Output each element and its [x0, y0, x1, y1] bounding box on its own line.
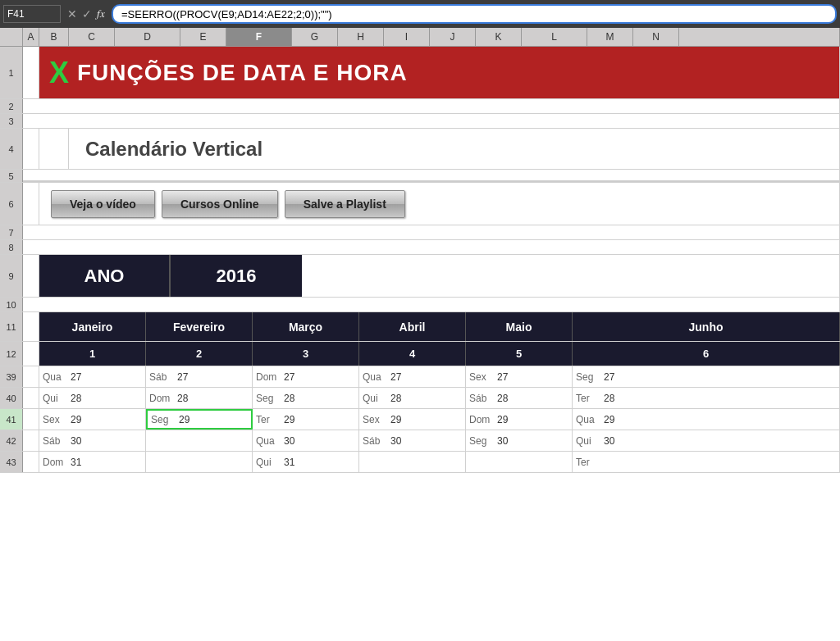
cell-jan-43[interactable]: Dom 31	[39, 452, 146, 472]
cell-mar-43[interactable]: Qui 31	[253, 452, 359, 472]
jan-42-num: 30	[71, 435, 81, 447]
cell-may-40[interactable]: Sáb 28	[466, 388, 573, 408]
banner-cell: X FUNÇÕES DE DATA E HORA	[39, 47, 840, 98]
col-header-b[interactable]: B	[39, 28, 69, 46]
cell-9-rest[interactable]	[335, 255, 840, 297]
cell-5[interactable]	[23, 170, 840, 182]
cell-jan-40[interactable]: Qui 28	[39, 388, 146, 408]
week-2-num: 2	[196, 348, 202, 360]
cell-a40[interactable]	[23, 388, 39, 408]
cell-a39[interactable]	[23, 366, 39, 387]
cell-may-43[interactable]	[466, 452, 573, 472]
calendar-title: Calendário Vertical	[85, 138, 262, 161]
cell-a41[interactable]	[23, 409, 39, 430]
col-header-f[interactable]: F	[226, 28, 292, 46]
cell-b4[interactable]	[39, 129, 69, 169]
may-40-num: 28	[497, 393, 508, 404]
cell-jun-40[interactable]: Ter 28	[573, 388, 840, 408]
cell-may-42[interactable]: Seg 30	[466, 430, 573, 451]
cell-jun-42[interactable]: Qui 30	[573, 430, 840, 451]
cell-8[interactable]	[23, 240, 840, 254]
col-header-l[interactable]: L	[522, 28, 587, 46]
confirm-icon[interactable]: ✓	[82, 7, 92, 20]
cell-10[interactable]	[23, 298, 840, 311]
mar-43-day: Qui	[256, 457, 279, 468]
formula-input[interactable]	[112, 4, 837, 24]
week-1: 1	[39, 342, 146, 366]
may-40-day: Sáb	[469, 393, 492, 404]
ano-label-box: ANO	[39, 255, 171, 297]
cell-a42[interactable]	[23, 430, 39, 451]
cursos-online-button[interactable]: Cursos Online	[162, 190, 278, 218]
row-num-11: 11	[0, 312, 23, 341]
cell-3[interactable]	[23, 114, 840, 128]
col-header-i[interactable]: I	[384, 28, 430, 46]
cell-jun-41[interactable]: Qua 29	[573, 409, 840, 430]
feb-39-day: Sáb	[149, 371, 172, 383]
jan-43-num: 31	[71, 457, 81, 468]
col-header-a[interactable]: A	[23, 28, 39, 46]
row-num-2: 2	[0, 99, 23, 113]
apr-41-day: Sex	[363, 414, 386, 425]
cell-a6[interactable]	[23, 183, 39, 225]
col-header-m[interactable]: M	[587, 28, 633, 46]
cell-mar-41[interactable]: Ter 29	[253, 409, 359, 430]
week-6-num: 6	[703, 348, 709, 360]
cell-apr-43[interactable]	[359, 452, 466, 472]
jan-40-day: Qui	[43, 393, 66, 404]
cell-feb-42[interactable]	[146, 430, 253, 451]
cell-2[interactable]	[23, 99, 840, 113]
cell-reference-box[interactable]: F41	[3, 5, 61, 23]
cell-may-39[interactable]: Sex 27	[466, 366, 573, 387]
col-header-c[interactable]: C	[69, 28, 115, 46]
cell-a43[interactable]	[23, 452, 39, 472]
cell-a1[interactable]	[23, 47, 39, 98]
cell-feb-40[interactable]: Dom 28	[146, 388, 253, 408]
cell-a9[interactable]	[23, 255, 39, 297]
col-header-g[interactable]: G	[292, 28, 338, 46]
cell-mar-40[interactable]: Seg 28	[253, 388, 359, 408]
spreadsheet: A B C D E F G H I J K L M N 1 X FUNÇÕES …	[0, 28, 840, 641]
feb-41-day: Seg	[151, 414, 174, 425]
calendar-title-cell[interactable]: Calendário Vertical	[69, 129, 840, 169]
row-num-1: 1	[0, 47, 23, 98]
cell-jan-39[interactable]: Qua 27	[39, 366, 146, 387]
row-num-43: 43	[0, 452, 23, 472]
col-header-k[interactable]: K	[476, 28, 522, 46]
function-icon[interactable]: 𝑓𝑥	[97, 7, 105, 20]
cell-mar-39[interactable]: Dom 27	[253, 366, 359, 387]
cell-jan-41[interactable]: Sex 29	[39, 409, 146, 430]
cell-apr-42[interactable]: Sáb 30	[359, 430, 466, 451]
cell-jun-39[interactable]: Seg 27	[573, 366, 840, 387]
cell-a4[interactable]	[23, 129, 39, 169]
col-header-n[interactable]: N	[633, 28, 679, 46]
ano-value: 2016	[217, 266, 257, 287]
cell-feb-43[interactable]	[146, 452, 253, 472]
cell-a12[interactable]	[23, 342, 39, 366]
salve-playlist-button[interactable]: Salve a Playlist	[285, 190, 405, 218]
cell-a11[interactable]	[23, 312, 39, 341]
col-header-j[interactable]: J	[430, 28, 476, 46]
cell-may-41[interactable]: Dom 29	[466, 409, 573, 430]
jun-43-day: Ter	[576, 457, 599, 468]
col-header-e[interactable]: E	[180, 28, 226, 46]
col-header-h[interactable]: H	[338, 28, 384, 46]
row-num-9: 9	[0, 255, 23, 297]
cell-feb-41-selected[interactable]: Seg 29	[146, 409, 253, 430]
cell-jan-42[interactable]: Sáb 30	[39, 430, 146, 451]
ano-year-cell[interactable]: ANO 2016	[39, 255, 335, 297]
ano-value-box[interactable]: 2016	[171, 255, 302, 297]
cell-jun-43[interactable]: Ter	[573, 452, 840, 472]
col-header-d[interactable]: D	[115, 28, 180, 46]
cell-feb-39[interactable]: Sáb 27	[146, 366, 253, 387]
week-4-num: 4	[409, 348, 415, 360]
cell-7[interactable]	[23, 225, 840, 239]
veja-video-button[interactable]: Veja o vídeo	[51, 190, 155, 218]
cell-apr-41[interactable]: Sex 29	[359, 409, 466, 430]
row-40: 40 Qui 28 Dom 28 Seg 28 Qui 28 Sáb 28	[0, 388, 840, 409]
cell-apr-40[interactable]: Qui 28	[359, 388, 466, 408]
row-num-4: 4	[0, 129, 23, 169]
cell-mar-42[interactable]: Qua 30	[253, 430, 359, 451]
cancel-icon[interactable]: ✕	[67, 7, 77, 20]
cell-apr-39[interactable]: Qua 27	[359, 366, 466, 387]
